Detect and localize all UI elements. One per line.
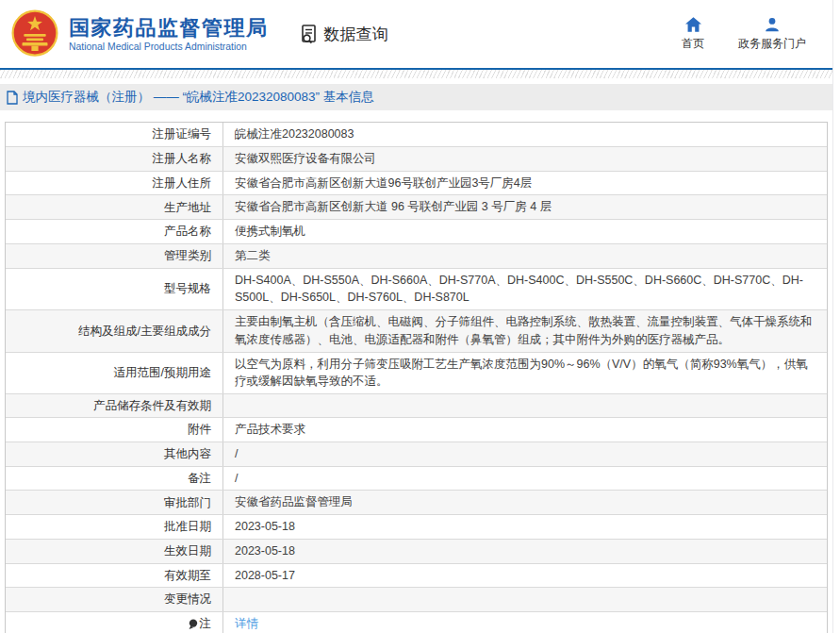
table-row: 审批部门安徽省药品监督管理局 <box>6 490 827 514</box>
row-label: 管理类别 <box>6 244 223 268</box>
row-value: / <box>223 467 827 491</box>
row-value: 2023-05-18 <box>223 540 827 563</box>
row-label: 批准日期 <box>6 515 223 539</box>
table-row: 变更情况 <box>6 587 827 610</box>
row-value: 主要由制氧主机（含压缩机、电磁阀、分子筛组件、电路控制系统、散热装置、流量控制装… <box>223 310 827 352</box>
nav-item-home[interactable]: 首页 <box>682 17 704 52</box>
row-value: 第二类 <box>223 244 827 268</box>
table-row: 附件产品技术要求 <box>6 417 827 441</box>
row-label: 审批部门 <box>6 491 223 514</box>
table-row: 注册人住所安徽省合肥市高新区创新大道96号联创产业园3号厂房4层 <box>6 171 827 195</box>
row-value: / <box>223 442 827 466</box>
info-table: 注册证编号皖械注准20232080083注册人名称安徽双熙医疗设备有限公司注册人… <box>5 122 828 633</box>
table-row: 结构及组成/主要组成成分主要由制氧主机（含压缩机、电磁阀、分子筛组件、电路控制系… <box>6 309 827 352</box>
table-row: 产品储存条件及有效期 <box>6 393 827 417</box>
detail-link[interactable]: 详情 <box>235 615 258 633</box>
nav-home-label: 首页 <box>682 36 704 52</box>
row-value: 以空气为原料，利用分子筛变压吸附工艺生产氧浓度范围为90%～96%（V/V）的氧… <box>223 353 827 394</box>
row-label-note: 注 <box>6 612 223 633</box>
table-row: 生产地址安徽省合肥市高新区创新大道 96 号联创产业园 3 号厂房 4 层 <box>6 194 827 219</box>
row-value: 安徽省合肥市高新区创新大道96号联创产业园3号厂房4层 <box>223 172 827 195</box>
row-value: 皖械注准20232080083 <box>223 123 827 146</box>
row-value: 产品技术要求 <box>223 418 827 441</box>
row-label: 变更情况 <box>6 588 223 610</box>
row-label: 附件 <box>6 418 223 441</box>
row-label: 备注 <box>6 467 223 491</box>
nav-item-portal[interactable]: 政务服务门户 <box>738 17 806 52</box>
site-header: 国家药品监督管理局 National Medical Products Admi… <box>0 0 832 68</box>
pin-icon <box>188 619 198 630</box>
row-value: 2028-05-17 <box>223 564 827 588</box>
home-icon <box>685 17 701 32</box>
brand-block[interactable]: 国家药品监督管理局 National Medical Products Admi… <box>69 16 269 52</box>
table-row: 管理类别第二类 <box>6 243 827 268</box>
nav-data-query[interactable]: 数据查询 <box>299 24 388 45</box>
row-value <box>223 394 827 417</box>
row-value: DH-S400A、DH-S550A、DH-S660A、DH-S770A、DH-S… <box>223 269 827 310</box>
row-value: 详情 <box>223 612 827 633</box>
row-value <box>223 588 827 610</box>
org-name-cn: 国家药品监督管理局 <box>69 16 269 40</box>
header-nav-right: 首页 政务服务门户 <box>682 17 832 52</box>
row-label: 其他内容 <box>6 442 223 466</box>
document-icon <box>6 91 19 105</box>
breadcrumb: 境内医疗器械（注册） —— “皖械注准20232080083” 基本信息 <box>0 84 832 110</box>
table-row: 有效期至2028-05-17 <box>6 563 827 588</box>
table-row: 其他内容/ <box>6 441 827 466</box>
row-label: 有效期至 <box>6 564 223 588</box>
row-value: 安徽省药品监督管理局 <box>223 491 827 514</box>
national-emblem-logo[interactable] <box>9 8 60 59</box>
row-label: 生效日期 <box>6 540 223 563</box>
hatch-band <box>0 70 832 78</box>
table-row: 生效日期2023-05-18 <box>6 539 827 563</box>
breadcrumb-text: 境内医疗器械（注册） —— “皖械注准20232080083” 基本信息 <box>23 89 374 106</box>
nav-data-query-label: 数据查询 <box>324 24 388 45</box>
table-row: 型号规格DH-S400A、DH-S550A、DH-S660A、DH-S770A、… <box>6 268 827 310</box>
row-value: 安徽双熙医疗设备有限公司 <box>223 147 827 171</box>
nav-portal-label: 政务服务门户 <box>738 36 806 52</box>
table-row: 适用范围/预期用途以空气为原料，利用分子筛变压吸附工艺生产氧浓度范围为90%～9… <box>6 352 827 394</box>
page: 国家药品监督管理局 National Medical Products Admi… <box>0 0 833 633</box>
row-label: 型号规格 <box>6 269 223 310</box>
row-label: 产品储存条件及有效期 <box>6 394 223 417</box>
row-value: 2023-05-18 <box>223 515 827 539</box>
row-label: 注册人住所 <box>6 172 223 195</box>
user-icon <box>765 17 780 32</box>
row-label: 结构及组成/主要组成成分 <box>6 310 223 352</box>
row-value: 便携式制氧机 <box>223 220 827 243</box>
row-label: 产品名称 <box>6 220 223 243</box>
row-label: 注册人名称 <box>6 147 223 171</box>
table-row: 注册人名称安徽双熙医疗设备有限公司 <box>6 146 827 171</box>
table-row: 产品名称便携式制氧机 <box>6 219 827 243</box>
row-label: 适用范围/预期用途 <box>6 353 223 394</box>
table-row: 批准日期2023-05-18 <box>6 514 827 539</box>
document-search-icon <box>299 24 320 44</box>
row-label: 生产地址 <box>6 195 223 219</box>
table-row: 注详情 <box>6 611 827 633</box>
row-label: 注册证编号 <box>6 123 223 146</box>
row-value: 安徽省合肥市高新区创新大道 96 号联创产业园 3 号厂房 4 层 <box>223 195 827 219</box>
org-name-en: National Medical Products Administration <box>69 42 269 52</box>
table-row: 注册证编号皖械注准20232080083 <box>6 123 827 146</box>
table-row: 备注/ <box>6 466 827 491</box>
